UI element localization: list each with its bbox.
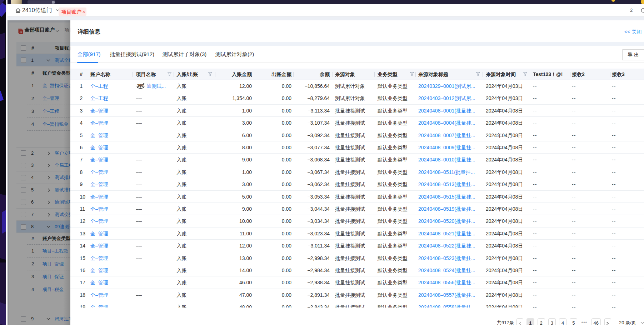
svg-text:360: 360 [137,84,143,88]
